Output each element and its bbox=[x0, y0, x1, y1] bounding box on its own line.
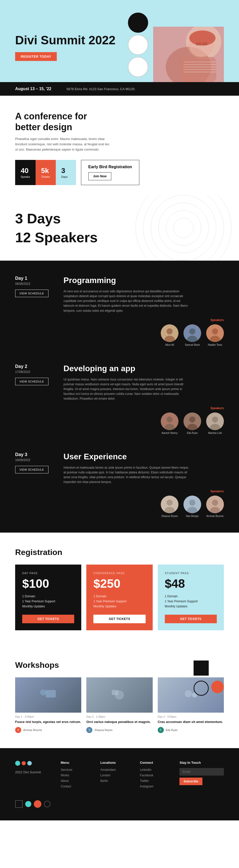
date-bar: August 13 – 15, '22 5678 Elvra Rd. #123 … bbox=[0, 82, 239, 96]
speaker-name-arrimar: Arrimar Bourne bbox=[207, 515, 223, 518]
speaker-dot-2: S bbox=[86, 727, 92, 733]
speaker-name-ella: Ella Ryan bbox=[187, 432, 198, 434]
footer-deco-circle-1 bbox=[15, 800, 23, 808]
footer-brand-text: 2022 Divi Summit bbox=[15, 770, 51, 774]
get-tickets-student[interactable]: Get Tickets bbox=[165, 615, 217, 623]
stat-label-days: Days bbox=[61, 175, 71, 178]
hero-section: Divi Summit 2022 Register Today bbox=[0, 0, 239, 82]
speaker-2-2: Ella Ryan bbox=[184, 412, 201, 434]
workshops-title: Workshops bbox=[15, 660, 224, 670]
day-3-col: Day 3 18/09/2022 View Schedule bbox=[15, 452, 49, 518]
workshop-day-1: Day 1 · 3:00pm bbox=[15, 715, 81, 718]
registration-section: Registration Day Pass $100 1 Domain 1 Ye… bbox=[0, 533, 239, 645]
register-button[interactable]: Register Today bbox=[15, 52, 57, 61]
pricing-day-pass: Day Pass $100 1 Domain 1 Year Premium Su… bbox=[15, 564, 81, 630]
schedule-day-1: Day 1 08/08/2022 View Schedule Programmi… bbox=[15, 276, 224, 346]
stats-row: 40 Speaks 5k Tickets 3 Days Early Bird R… bbox=[15, 160, 224, 185]
hero-circles bbox=[128, 12, 148, 82]
registration-title: Registration bbox=[15, 548, 224, 557]
pricing-conference-pass: Conference Pass $250 1 Domain 1 Year Pre… bbox=[86, 564, 153, 630]
session-2-col: Developing an app Ut quislintas metus. N… bbox=[63, 364, 224, 434]
svg-point-24 bbox=[166, 416, 172, 423]
logo-circle-teal bbox=[15, 761, 20, 766]
speaker-avatar-marsha bbox=[206, 412, 224, 430]
footer-bottom-deco bbox=[15, 800, 224, 808]
footer-link-services[interactable]: Services bbox=[60, 768, 90, 772]
speakers-label-2: Speakers bbox=[63, 406, 224, 410]
get-tickets-day[interactable]: Get Tickets bbox=[22, 615, 74, 623]
workshop-image-2 bbox=[86, 677, 153, 713]
day-3-date: 18/09/2022 bbox=[15, 458, 49, 462]
footer-link-about[interactable]: About bbox=[60, 779, 90, 783]
day-2-label: Day 2 bbox=[15, 364, 49, 369]
schedule-section: Day 1 08/08/2022 View Schedule Programmi… bbox=[0, 260, 239, 533]
footer-menu-title: Menu bbox=[60, 761, 90, 765]
footer-deco-circle-2 bbox=[44, 801, 51, 807]
footer-brand-col: 2022 Divi Summit bbox=[15, 761, 51, 790]
days-section: 3 Days 12 Speakers bbox=[0, 195, 239, 260]
speaker-3-3: Arrimar Bourne bbox=[206, 496, 224, 518]
workshop-card-1: Day 1 · 3:00pm Fusce nisl turpis, egesta… bbox=[15, 677, 81, 733]
view-schedule-day-2[interactable]: View Schedule bbox=[15, 378, 49, 385]
view-schedule-day-1[interactable]: View Schedule bbox=[15, 289, 49, 297]
footer-stay-in-touch-col: Stay In Touch Subscribe bbox=[180, 761, 224, 790]
svg-point-36 bbox=[189, 500, 195, 506]
svg-point-15 bbox=[166, 329, 172, 334]
stat-tickets: 5k Tickets bbox=[35, 160, 56, 185]
session-3-text: Interdum et malesuada fames ac ante ipsu… bbox=[63, 465, 190, 485]
speaker-avatar-alice bbox=[161, 324, 179, 342]
event-dates: August 13 – 15, '22 bbox=[15, 87, 51, 91]
pricing-student-pass: Student Pass $48 1 Domain 1 Year Premium… bbox=[158, 564, 224, 630]
speaker-avatar-ella bbox=[184, 412, 201, 430]
footer-link-instagram[interactable]: Instagram bbox=[140, 785, 169, 788]
svg-point-18 bbox=[189, 329, 195, 334]
speaker-name-alice: Alice Ali bbox=[165, 343, 174, 346]
workshop-title-3: Cras accumsan diam sit amet elementum. bbox=[158, 720, 224, 724]
speaker-1-1: Alice Ali bbox=[161, 324, 179, 346]
get-tickets-conf[interactable]: Get Tickets bbox=[94, 615, 145, 623]
circle-white-1 bbox=[128, 35, 148, 55]
footer-link-amsterdam[interactable]: Amsterdam bbox=[100, 768, 130, 772]
view-schedule-day-3[interactable]: View Schedule bbox=[15, 466, 49, 473]
workshop-decoration bbox=[193, 660, 224, 696]
footer-link-twitter[interactable]: Twitter bbox=[140, 779, 169, 783]
speaker-dot-1: A bbox=[15, 727, 21, 733]
footer-email-input[interactable] bbox=[180, 768, 224, 776]
hero-right bbox=[128, 12, 224, 82]
speakers-row-3: Shayna Reyes Nao Berger Arrimar Bourne bbox=[63, 496, 224, 518]
speakers-row-2: Aaresh Nanny Ella Ryan Marsha Link bbox=[63, 412, 224, 434]
svg-rect-43 bbox=[46, 690, 56, 698]
speakers-label-1: Speakers bbox=[63, 318, 224, 322]
svg-point-30 bbox=[212, 416, 218, 423]
footer-deco-circle-coral bbox=[34, 800, 42, 808]
footer-link-linkedin[interactable]: LinkedIn bbox=[140, 768, 169, 772]
speakers-count: 12 Speakers bbox=[15, 229, 224, 246]
svg-point-39 bbox=[212, 500, 218, 506]
footer-locations-title: Locations bbox=[100, 761, 130, 765]
price-type-student: Student Pass bbox=[165, 571, 217, 575]
price-feature-day-1: 1 Domain bbox=[22, 594, 74, 598]
svg-point-33 bbox=[166, 500, 172, 506]
subscribe-button[interactable]: Subscribe bbox=[180, 778, 202, 785]
footer-link-berlin[interactable]: Berlin bbox=[100, 779, 130, 783]
about-title: A conference for better design bbox=[15, 111, 91, 132]
about-description: Phasellus eget convallis enim. Mauris ma… bbox=[15, 136, 111, 152]
footer-link-works[interactable]: Works bbox=[60, 774, 90, 777]
footer-link-facebook[interactable]: Facebook bbox=[140, 774, 169, 777]
footer-deco-circle-teal bbox=[25, 801, 31, 807]
speaker-name-samuel: Samuel Bami bbox=[185, 343, 200, 346]
day-1-label: Day 1 bbox=[15, 276, 49, 281]
price-type-day: Day Pass bbox=[22, 571, 74, 575]
speaker-avatar-samuel bbox=[184, 324, 201, 342]
deco-circle-coral bbox=[211, 681, 224, 693]
hero-title: Divi Summit 2022 bbox=[15, 34, 115, 47]
price-type-conf: Conference Pass bbox=[94, 571, 145, 575]
svg-rect-46 bbox=[112, 690, 118, 695]
join-now-button[interactable]: Join Now bbox=[88, 172, 111, 180]
svg-point-27 bbox=[189, 416, 195, 423]
footer-link-contact[interactable]: Contact bbox=[60, 785, 90, 788]
session-1-text: At vero eos et accusamus et iusto odio d… bbox=[63, 289, 190, 313]
footer-link-london[interactable]: London bbox=[100, 774, 130, 777]
speaker-1-3: Natalie Tews bbox=[206, 324, 224, 346]
early-bird-title: Early Bird Registration bbox=[88, 165, 132, 169]
